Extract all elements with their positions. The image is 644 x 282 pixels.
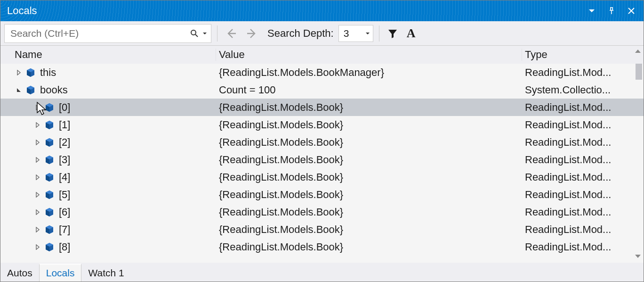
- object-icon: [44, 137, 55, 148]
- object-icon: [44, 224, 55, 235]
- object-icon: [25, 67, 36, 78]
- variable-name: [2]: [59, 136, 70, 149]
- variable-type: ReadingList.Mod...: [522, 101, 644, 114]
- titlebar-controls: [585, 4, 644, 17]
- variable-value[interactable]: {ReadingList.Models.BookManager}: [216, 66, 522, 79]
- variable-row[interactable]: [3]{ReadingList.Models.Book}ReadingList.…: [0, 151, 644, 168]
- scrollbar-thumb[interactable]: [636, 64, 642, 80]
- variable-type: ReadingList.Mod...: [522, 224, 644, 236]
- variable-row[interactable]: [1]{ReadingList.Models.Book}ReadingList.…: [0, 116, 644, 133]
- variable-row[interactable]: [4]{ReadingList.Models.Book}ReadingList.…: [0, 168, 644, 186]
- object-icon: [44, 207, 55, 218]
- scroll-down-button[interactable]: [634, 252, 642, 260]
- expander-collapsed-icon[interactable]: [33, 156, 42, 164]
- variable-value[interactable]: {ReadingList.Models.Book}: [216, 136, 522, 149]
- window-title: Locals: [7, 5, 37, 17]
- variable-value[interactable]: {ReadingList.Models.Book}: [216, 224, 522, 236]
- variable-value[interactable]: {ReadingList.Models.Book}: [216, 241, 522, 253]
- cell-name: [7]: [0, 224, 216, 236]
- expander-collapsed-icon[interactable]: [33, 103, 42, 112]
- variable-value[interactable]: {ReadingList.Models.Book}: [216, 206, 522, 218]
- search-input[interactable]: [9, 27, 189, 40]
- variable-name: [6]: [59, 206, 70, 218]
- variable-name: [3]: [59, 154, 70, 166]
- expander-collapsed-icon[interactable]: [33, 208, 42, 216]
- variable-row[interactable]: [8]{ReadingList.Models.Book}ReadingList.…: [0, 238, 644, 256]
- variable-type: ReadingList.Mod...: [522, 136, 644, 149]
- cell-name: [3]: [0, 154, 216, 166]
- toolbar-separator: [379, 25, 379, 41]
- expander-collapsed-icon[interactable]: [33, 121, 42, 129]
- variable-type: ReadingList.Mod...: [522, 119, 644, 131]
- search-depth-value: 3: [344, 28, 349, 39]
- object-icon: [44, 189, 55, 200]
- variable-type: System.Collectio...: [522, 84, 644, 96]
- expander-collapsed-icon[interactable]: [33, 225, 42, 234]
- locals-window: Locals: [0, 0, 644, 282]
- window-menu-button[interactable]: [585, 4, 598, 17]
- nav-back-button[interactable]: [223, 25, 239, 41]
- cell-name: [4]: [0, 171, 216, 183]
- search-dropdown-button[interactable]: [201, 31, 208, 36]
- column-header-value[interactable]: Value: [216, 49, 522, 61]
- column-headers: Name Value Type: [0, 46, 644, 64]
- filter-button[interactable]: [385, 28, 400, 39]
- variable-row[interactable]: [7]{ReadingList.Models.Book}ReadingList.…: [0, 221, 644, 238]
- variable-type: ReadingList.Mod...: [522, 171, 644, 183]
- tab-watch-1[interactable]: Watch 1: [81, 264, 130, 282]
- search-icon[interactable]: [189, 28, 200, 39]
- variable-type: ReadingList.Mod...: [522, 66, 644, 79]
- object-icon: [25, 84, 36, 96]
- cell-name: [0]: [0, 101, 216, 114]
- close-button[interactable]: [625, 4, 638, 17]
- variable-value[interactable]: {ReadingList.Models.Book}: [216, 171, 522, 183]
- toolbar-separator: [217, 25, 217, 41]
- variable-type: ReadingList.Mod...: [522, 154, 644, 166]
- variable-name: [0]: [59, 101, 70, 114]
- variable-type: ReadingList.Mod...: [522, 206, 644, 218]
- variable-row[interactable]: [5]{ReadingList.Models.Book}ReadingList.…: [0, 186, 644, 203]
- toolbar: Search Depth: 3 A: [0, 21, 644, 46]
- variable-name: [8]: [59, 241, 70, 253]
- variable-name: [4]: [59, 171, 70, 183]
- pin-button[interactable]: [605, 4, 618, 17]
- variables-grid[interactable]: this{ReadingList.Models.BookManager}Read…: [0, 64, 644, 263]
- variable-row[interactable]: [0]{ReadingList.Models.Book}ReadingList.…: [0, 99, 644, 116]
- variable-value[interactable]: {ReadingList.Models.Book}: [216, 189, 522, 201]
- titlebar: Locals: [0, 0, 644, 21]
- expander-collapsed-icon[interactable]: [33, 243, 42, 251]
- tab-strip: AutosLocalsWatch 1: [0, 263, 644, 282]
- variable-name: books: [40, 84, 68, 96]
- scroll-up-button[interactable]: [634, 48, 642, 55]
- expander-collapsed-icon[interactable]: [33, 138, 42, 147]
- variable-value[interactable]: {ReadingList.Models.Book}: [216, 119, 522, 131]
- variable-row[interactable]: [6]{ReadingList.Models.Book}ReadingList.…: [0, 203, 644, 221]
- variable-name: this: [40, 66, 56, 79]
- object-icon: [44, 102, 55, 113]
- cell-name: books: [0, 84, 216, 96]
- expander-collapsed-icon[interactable]: [33, 173, 42, 182]
- cell-name: [1]: [0, 119, 216, 131]
- tab-autos[interactable]: Autos: [0, 264, 39, 282]
- variable-value[interactable]: {ReadingList.Models.Book}: [216, 154, 522, 166]
- variable-row[interactable]: [2]{ReadingList.Models.Book}ReadingList.…: [0, 133, 644, 151]
- variable-value[interactable]: {ReadingList.Models.Book}: [216, 101, 522, 114]
- search-depth-select[interactable]: 3: [338, 25, 373, 42]
- tab-locals[interactable]: Locals: [39, 264, 82, 282]
- variable-type: ReadingList.Mod...: [522, 189, 644, 201]
- expander-expanded-icon[interactable]: [15, 86, 23, 94]
- cell-name: [2]: [0, 136, 216, 149]
- column-header-name[interactable]: Name: [0, 49, 216, 61]
- object-icon: [44, 154, 55, 166]
- cell-name: [6]: [0, 206, 216, 218]
- column-header-type[interactable]: Type: [522, 49, 644, 61]
- search-box[interactable]: [4, 24, 211, 43]
- variable-name: [5]: [59, 189, 70, 201]
- variable-value[interactable]: Count = 100: [216, 84, 522, 96]
- nav-forward-button[interactable]: [244, 25, 260, 41]
- expander-collapsed-icon[interactable]: [33, 191, 42, 199]
- expander-collapsed-icon[interactable]: [15, 68, 23, 77]
- variable-row[interactable]: booksCount = 100System.Collectio...: [0, 81, 644, 99]
- text-visualizer-button[interactable]: A: [405, 26, 418, 41]
- variable-row[interactable]: this{ReadingList.Models.BookManager}Read…: [0, 64, 644, 81]
